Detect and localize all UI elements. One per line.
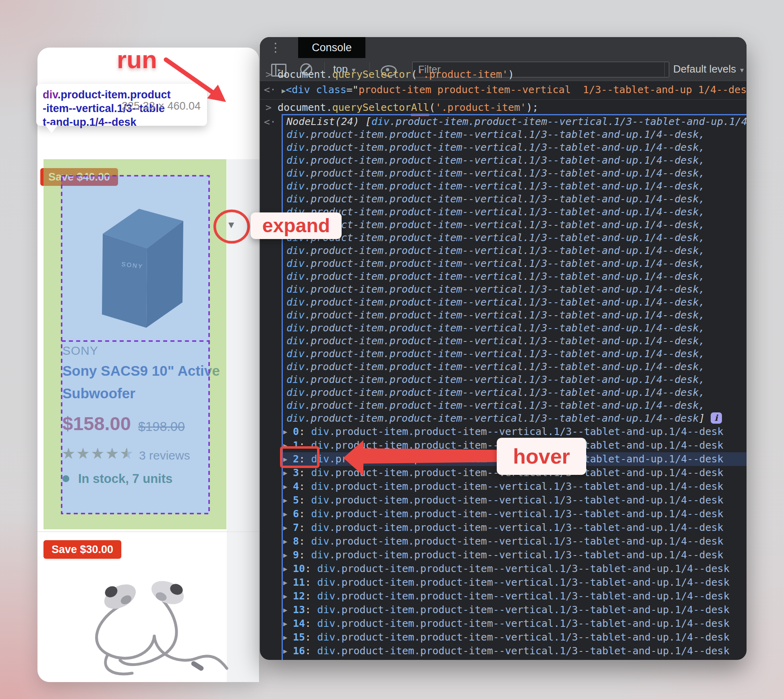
devtools-menu-icon[interactable]: ⋮: [270, 40, 282, 56]
console-array-line: div.product-item.product-item--vertical.…: [286, 154, 705, 167]
expander-icon[interactable]: ▶: [283, 480, 287, 493]
console-index-row-7[interactable]: ▶7: div.product-item.product-item--verti…: [283, 521, 747, 535]
tooltip-caret: [45, 125, 58, 133]
console-array-line: div.product-item.product-item--vertical.…: [286, 335, 705, 347]
inspect-overlay-margin-bottom: [44, 514, 226, 529]
console-array-line: div.product-item.product-item--vertical.…: [286, 231, 705, 244]
message-divider: [260, 99, 747, 100]
star-icon: ★: [105, 445, 120, 462]
console-array-line: div.product-item.product-item--vertical.…: [286, 193, 705, 206]
console-array-line: div.product-item.product-item--vertical.…: [286, 128, 705, 141]
expander-icon[interactable]: ▶: [283, 452, 287, 466]
webpage-panel: Save $40.00 SONY SONY Sony SACS9 10" Act…: [37, 48, 259, 682]
product1-star-rating: ★★★★★★: [62, 445, 134, 462]
console-index-row-6[interactable]: ▶6: div.product-item.product-item--verti…: [283, 507, 747, 521]
expander-icon[interactable]: ▶: [283, 507, 287, 521]
console-array-line: div.product-item.product-item--vertical.…: [286, 296, 705, 309]
expander-icon[interactable]: ▶: [283, 535, 287, 548]
tooltip-dimensions: 225.33 × 460.04: [122, 100, 201, 112]
devtools-panel: ⋮ Console ▸ top▾ Default levels▾ > docum…: [260, 37, 747, 660]
nodelist-preview-first-line[interactable]: NodeList(24) [div.product-item.product-i…: [286, 115, 747, 128]
console-index-row-12[interactable]: ▶12: div.product-item.product-item--vert…: [283, 589, 747, 603]
inspect-tooltip: div.product-item.product -item--vertical…: [36, 84, 207, 126]
console-index-row-14[interactable]: ▶14: div.product-item.product-item--vert…: [283, 617, 747, 630]
console-array-line: div.product-item.product-item--vertical.…: [286, 244, 705, 257]
product1-image[interactable]: SONY: [90, 189, 187, 334]
expander-icon[interactable]: ▶: [283, 466, 287, 480]
annotation-expand: expand: [251, 212, 342, 239]
expander-icon[interactable]: ▶: [283, 617, 287, 630]
inspect-overlay-margin-right: [209, 175, 226, 514]
console-index-row-0[interactable]: ▶0: div.product-item.product-item--verti…: [283, 425, 747, 439]
expander-icon[interactable]: ▶: [283, 425, 287, 439]
expander-icon[interactable]: ▶: [283, 493, 287, 507]
product1-stock: In stock, 7 units: [62, 472, 172, 486]
stock-dot-icon: [62, 475, 69, 482]
console-index-row-16[interactable]: ▶16: div.product-item.product-item--vert…: [283, 644, 747, 658]
star-icon: ★: [76, 445, 91, 462]
tooltip-selector-line3: t-and-up.1/4--desk: [43, 115, 201, 129]
inspect-overlay-margin-left: [44, 175, 61, 514]
console-index-row-9[interactable]: ▶9: div.product-item.product-item--verti…: [283, 548, 747, 562]
console-array-line: div.product-item.product-item--vertical.…: [286, 373, 705, 386]
expander-icon[interactable]: ▶: [283, 576, 287, 589]
console-array-line: div.product-item.product-item--vertical.…: [286, 141, 705, 154]
console-array-line: div.product-item.product-item--vertical.…: [286, 180, 705, 193]
expander-icon[interactable]: ▶: [283, 603, 287, 617]
console-prompt-icon: >: [265, 69, 272, 80]
star-half-icon: ★★: [120, 445, 134, 462]
console-array-line: div.product-item.product-item--vertical.…: [286, 399, 705, 412]
annotation-hover: hover: [497, 438, 586, 475]
product1-title-line2[interactable]: Subwoofer: [62, 385, 135, 402]
devtools-tabbar: ⋮ Console: [260, 37, 747, 58]
console-array-line: div.product-item.product-item--vertical.…: [286, 322, 705, 335]
console-index-row-8[interactable]: ▶8: div.product-item.product-item--verti…: [283, 535, 747, 548]
grid-row-divider: [37, 531, 259, 532]
console-index-row-10[interactable]: ▶10: div.product-item.product-item--vert…: [283, 562, 747, 576]
star-icon: ★: [62, 445, 76, 462]
console-array-line: div.product-item.product-item--vertical.…: [286, 257, 705, 270]
expander-icon[interactable]: ▶: [283, 521, 287, 535]
chevron-down-icon: ▾: [740, 66, 744, 74]
expander-icon[interactable]: ▶: [283, 589, 287, 603]
expander-icon[interactable]: ▶: [283, 439, 287, 452]
expander-icon[interactable]: ▶: [283, 548, 287, 562]
nodelist-preview-last-line: div.product-item.product-item--vertical.…: [286, 412, 722, 425]
expander-icon[interactable]: ▶: [283, 644, 287, 658]
annotation-run: run: [117, 45, 157, 74]
info-icon[interactable]: i: [711, 412, 722, 424]
console-prompt-icon: >: [265, 102, 272, 113]
expander-icon[interactable]: ▶: [283, 630, 287, 644]
discount-badge-product2: Save $30.00: [44, 540, 121, 559]
console-return-icon: <·: [264, 84, 276, 96]
console-command-1[interactable]: document.querySelector('.product-item'): [278, 69, 514, 80]
star-icon: ★: [91, 445, 105, 462]
product1-brand: SONY: [62, 344, 98, 358]
annotation-expander-icon: ▼: [226, 219, 236, 231]
console-array-line: div.product-item.product-item--vertical.…: [286, 270, 705, 283]
product1-old-price: $198.00: [138, 419, 185, 434]
tooltip-tag: div: [43, 89, 58, 101]
console-index-row-15[interactable]: ▶15: div.product-item.product-item--vert…: [283, 630, 747, 644]
product1-price: $158.00: [62, 412, 131, 435]
log-levels-dropdown[interactable]: Default levels▾: [673, 63, 744, 75]
tooltip-selector-line1: .product-item.product: [58, 89, 170, 101]
console-index-row-5[interactable]: ▶5: div.product-item.product-item--verti…: [283, 493, 747, 507]
console-result-element[interactable]: ▶<div class="product-item product-item--…: [282, 84, 747, 96]
console-array-line: div.product-item.product-item--vertical.…: [286, 309, 705, 322]
console-array-line: div.product-item.product-item--vertical.…: [286, 206, 705, 218]
expander-icon[interactable]: ▶: [282, 87, 286, 95]
product2-image[interactable]: [60, 568, 233, 682]
console-command-2[interactable]: document.querySelectorAll('.product-item…: [278, 102, 538, 113]
console-index-row-4[interactable]: ▶4: div.product-item.product-item--verti…: [283, 480, 747, 493]
console-array-line: div.product-item.product-item--vertical.…: [286, 167, 705, 180]
console-index-row-13[interactable]: ▶13: div.product-item.product-item--vert…: [283, 603, 747, 617]
console-array-line: div.product-item.product-item--vertical.…: [286, 283, 705, 296]
console-array-line: div.product-item.product-item--vertical.…: [286, 218, 705, 231]
console-return-icon: <·: [264, 116, 276, 128]
tab-console[interactable]: Console: [298, 37, 365, 58]
product1-reviews[interactable]: 3 reviews: [139, 449, 190, 462]
expander-icon[interactable]: ▶: [283, 562, 287, 576]
console-index-row-11[interactable]: ▶11: div.product-item.product-item--vert…: [283, 576, 747, 589]
product1-title-line1[interactable]: Sony SACS9 10" Active: [62, 363, 220, 379]
